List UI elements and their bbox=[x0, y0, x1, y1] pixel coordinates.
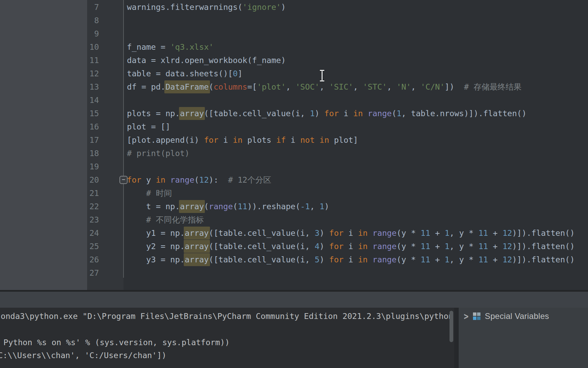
code-token: , bbox=[353, 82, 363, 92]
code-line[interactable]: f_name = 'q3.xlsx' bbox=[127, 41, 214, 54]
code-token: ]) bbox=[445, 82, 464, 92]
code-line[interactable]: y2 = np.array([table.cell_value(i, 4) fo… bbox=[127, 240, 575, 253]
code-token: + bbox=[488, 228, 502, 238]
code-token: 12 bbox=[503, 255, 512, 264]
code-token: 11 bbox=[478, 242, 488, 251]
code-token: ] bbox=[238, 69, 242, 78]
line-number: 21 bbox=[75, 187, 99, 200]
code-token: ([table.cell_value(i, bbox=[204, 109, 310, 118]
code-line[interactable]: y3 = np.array([table.cell_value(i, 5) fo… bbox=[127, 253, 575, 266]
run-console-output[interactable]: onda3\python.exe "D:\Program Files\JetBr… bbox=[0, 308, 454, 368]
code-token: table = data.sheets()[ bbox=[127, 69, 233, 78]
code-token bbox=[127, 188, 146, 198]
code-token: ( bbox=[392, 109, 396, 118]
code-token: ) bbox=[324, 202, 329, 211]
code-token: ): bbox=[209, 175, 228, 185]
code-token: y2 = np. bbox=[127, 242, 185, 251]
code-token bbox=[127, 215, 146, 225]
code-token: range bbox=[170, 175, 194, 185]
code-token: 'q3.xlsx' bbox=[170, 42, 213, 52]
console-line: C:\\Users\\chan', 'C:/Users/chan']) bbox=[0, 349, 166, 362]
line-number: 15 bbox=[75, 107, 99, 120]
code-token: 12 bbox=[503, 228, 512, 238]
code-token: columns bbox=[214, 82, 247, 92]
code-line[interactable]: for y in range(12): # 12个分区 bbox=[127, 173, 271, 187]
code-token: # 存储最终结果 bbox=[464, 82, 521, 92]
code-token: 1 bbox=[445, 242, 450, 251]
code-token: ([table.cell_value(i, bbox=[209, 228, 315, 238]
code-token: not bbox=[300, 135, 314, 145]
code-token: for bbox=[329, 228, 343, 238]
code-token: 'SIC' bbox=[329, 82, 353, 92]
line-number: 27 bbox=[75, 266, 99, 280]
code-token: if bbox=[276, 135, 286, 145]
code-token: t = np. bbox=[127, 202, 180, 211]
code-line[interactable]: [plot.append(i) for i in plots if i not … bbox=[127, 134, 358, 147]
code-token: ) bbox=[320, 255, 329, 264]
code-line[interactable]: # print(plot) bbox=[127, 147, 190, 160]
code-line[interactable]: warnings.filterwarnings('ignore') bbox=[127, 1, 286, 14]
line-number: 24 bbox=[75, 227, 99, 240]
code-token: + bbox=[488, 242, 502, 251]
code-token: for bbox=[329, 255, 343, 264]
line-number: 16 bbox=[75, 120, 99, 134]
code-line[interactable]: df = pd.DataFrame(columns=['plot', 'SOC'… bbox=[127, 80, 522, 94]
code-line[interactable]: y1 = np.array([table.cell_value(i, 3) fo… bbox=[127, 227, 575, 240]
console-scrollbar[interactable] bbox=[450, 311, 453, 342]
code-token: plot] bbox=[329, 135, 358, 145]
line-number: 11 bbox=[75, 54, 99, 67]
code-token: range bbox=[368, 109, 392, 118]
line-number: 7 bbox=[75, 1, 99, 14]
console-line: Python %s on %s' % (sys.version, sys.pla… bbox=[3, 336, 230, 349]
line-number: 14 bbox=[75, 94, 99, 107]
code-token: , y * bbox=[450, 255, 478, 264]
code-line[interactable]: plots = np.array([table.cell_value(i, 1)… bbox=[127, 107, 526, 120]
code-token: 11 bbox=[238, 202, 247, 211]
console-panel-divider[interactable] bbox=[454, 308, 459, 368]
code-token: in bbox=[320, 135, 329, 145]
code-token: range bbox=[373, 228, 397, 238]
code-token: , table.nrows)]).flatten() bbox=[402, 109, 527, 118]
line-number: 26 bbox=[75, 253, 99, 266]
code-token: 'STC' bbox=[363, 82, 387, 92]
code-token: )]).flatten() bbox=[512, 255, 575, 264]
code-line[interactable]: table = data.sheets()[0] bbox=[127, 67, 243, 80]
code-token: f_name = bbox=[127, 42, 170, 52]
code-line[interactable]: plot = [] bbox=[127, 120, 170, 134]
code-token: in bbox=[358, 255, 368, 264]
gutter-separator-line bbox=[123, 0, 124, 278]
code-token: 0 bbox=[233, 69, 238, 78]
code-token: # print(plot) bbox=[127, 149, 190, 158]
code-token: for bbox=[329, 242, 343, 251]
code-token: 11 bbox=[421, 228, 430, 238]
code-token bbox=[315, 135, 320, 145]
code-token: 3 bbox=[315, 228, 320, 238]
toolwindow-header-band bbox=[0, 292, 588, 308]
code-token: for bbox=[204, 135, 218, 145]
fold-collapse-icon[interactable]: − bbox=[119, 176, 128, 184]
chevron-right-icon[interactable]: > bbox=[464, 311, 469, 322]
special-variables-row[interactable]: > Special Variables bbox=[464, 310, 549, 323]
code-line[interactable]: # 时间 bbox=[127, 187, 172, 200]
code-token: i bbox=[344, 255, 358, 264]
code-token: ( bbox=[209, 82, 214, 92]
project-panel[interactable] bbox=[0, 0, 87, 290]
line-number: 8 bbox=[75, 14, 99, 27]
code-token: (y * bbox=[396, 255, 421, 264]
code-token bbox=[368, 255, 372, 264]
code-token: 12 bbox=[503, 242, 512, 251]
code-token: in bbox=[233, 135, 242, 145]
code-token: -1 bbox=[300, 202, 310, 211]
line-number: 22 bbox=[75, 200, 99, 213]
code-line[interactable]: # 不同化学指标 bbox=[127, 213, 204, 227]
code-line[interactable]: t = np.array(range(11)).reshape(-1, 1) bbox=[127, 200, 329, 213]
line-number: 23 bbox=[75, 213, 99, 227]
code-token: + bbox=[430, 255, 444, 264]
highlighted-token: array bbox=[179, 200, 205, 213]
line-number: 10 bbox=[75, 41, 99, 54]
code-token: # 时间 bbox=[146, 188, 172, 198]
code-token: 'ignore' bbox=[243, 2, 281, 12]
code-line[interactable]: data = xlrd.open_workbook(f_name) bbox=[127, 54, 286, 67]
code-token: ) bbox=[281, 2, 286, 12]
code-token: 5 bbox=[315, 255, 320, 264]
